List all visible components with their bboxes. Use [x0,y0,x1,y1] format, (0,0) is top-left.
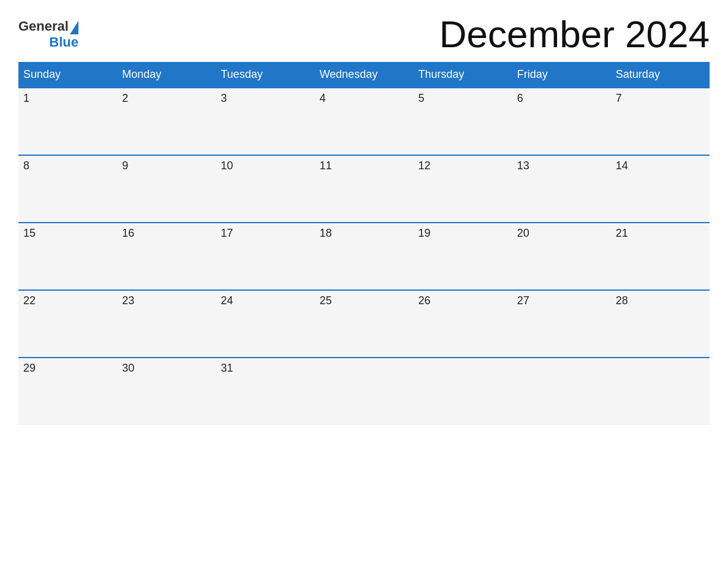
day-number: 25 [319,294,408,307]
weekday-wednesday: Wednesday [314,62,413,88]
calendar-cell: 9 [117,155,216,223]
weekday-sunday: Sunday [18,62,117,88]
calendar-cell: 6 [512,88,611,155]
day-number: 7 [616,92,705,105]
calendar-cell: 1 [18,88,117,155]
day-number: 16 [122,227,211,240]
weekday-friday: Friday [512,62,611,88]
calendar-cell: 29 [18,358,117,425]
page-header: General Blue December 2024 [18,12,710,56]
day-number: 22 [23,294,112,307]
calendar-cell: 24 [216,290,314,358]
day-number: 5 [419,92,507,105]
logo-blue-text: Blue [49,34,78,50]
day-number: 9 [122,159,211,172]
day-number: 26 [419,294,507,307]
calendar-cell: 13 [512,155,611,223]
calendar-cell: 2 [117,88,216,155]
calendar-cell: 22 [18,290,117,358]
calendar-cell: 26 [414,290,512,358]
calendar-cell [512,358,611,425]
day-number: 4 [319,92,408,105]
calendar-body: 1234567891011121314151617181920212223242… [18,88,710,425]
calendar-cell: 8 [18,155,117,223]
calendar-cell [414,358,512,425]
day-number: 30 [122,362,211,375]
weekday-saturday: Saturday [611,62,710,88]
calendar-week-row: 22232425262728 [18,290,710,358]
calendar-cell: 5 [414,88,512,155]
calendar-cell: 30 [117,358,216,425]
calendar-cell: 28 [611,290,710,358]
calendar-cell: 31 [216,358,314,425]
day-number: 13 [517,159,606,172]
calendar-cell: 14 [611,155,710,223]
calendar-cell: 15 [18,223,117,290]
calendar-cell: 21 [611,223,710,290]
calendar-week-row: 15161718192021 [18,223,710,290]
calendar-cell: 11 [314,155,413,223]
day-number: 19 [419,227,507,240]
day-number: 8 [23,159,112,172]
month-title: December 2024 [439,12,710,56]
day-number: 3 [221,92,309,105]
calendar-cell: 12 [414,155,512,223]
day-number: 24 [221,294,309,307]
day-number: 23 [122,294,211,307]
day-number: 15 [23,227,112,240]
day-number: 29 [23,362,112,375]
day-number: 1 [23,92,112,105]
weekday-thursday: Thursday [414,62,512,88]
weekday-tuesday: Tuesday [216,62,314,88]
day-number: 21 [616,227,705,240]
logo: General Blue [18,18,78,50]
day-number: 18 [319,227,408,240]
logo-general-text: General [18,18,69,34]
calendar-cell: 4 [314,88,413,155]
calendar-cell: 23 [117,290,216,358]
day-number: 20 [517,227,606,240]
calendar-cell [611,358,710,425]
day-number: 10 [221,159,309,172]
calendar-table: SundayMondayTuesdayWednesdayThursdayFrid… [18,62,710,425]
day-number: 6 [517,92,606,105]
calendar-cell: 27 [512,290,611,358]
calendar-cell: 10 [216,155,314,223]
calendar-week-row: 1234567 [18,88,710,155]
weekday-monday: Monday [117,62,216,88]
calendar-cell: 25 [314,290,413,358]
calendar-cell: 18 [314,223,413,290]
calendar-cell: 16 [117,223,216,290]
calendar-header: SundayMondayTuesdayWednesdayThursdayFrid… [18,62,710,88]
day-number: 2 [122,92,211,105]
calendar-cell: 20 [512,223,611,290]
logo-triangle-icon [70,21,78,34]
calendar-cell: 17 [216,223,314,290]
day-number: 14 [616,159,705,172]
calendar-cell [314,358,413,425]
day-number: 17 [221,227,309,240]
day-number: 11 [319,159,408,172]
weekday-header-row: SundayMondayTuesdayWednesdayThursdayFrid… [18,62,710,88]
calendar-cell: 7 [611,88,710,155]
day-number: 31 [221,362,309,375]
calendar-week-row: 891011121314 [18,155,710,223]
calendar-cell: 19 [414,223,512,290]
day-number: 28 [616,294,705,307]
day-number: 12 [419,159,507,172]
calendar-week-row: 293031 [18,358,710,425]
day-number: 27 [517,294,606,307]
calendar-cell: 3 [216,88,314,155]
